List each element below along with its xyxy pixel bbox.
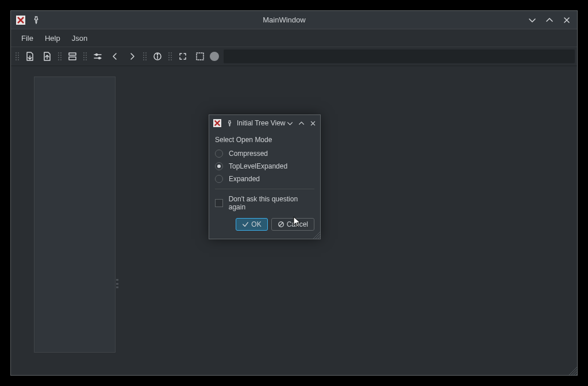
menubar: File Help Json <box>11 29 577 47</box>
settings-sliders-button[interactable] <box>89 48 106 64</box>
menu-file[interactable]: File <box>16 32 39 45</box>
main-area: Initial Tree View Select Open Mode <box>11 66 577 375</box>
svg-rect-10 <box>197 53 203 60</box>
toolbar <box>11 47 577 66</box>
toolbar-grip-2[interactable] <box>58 49 62 63</box>
dialog-separator <box>215 189 314 189</box>
info-button[interactable] <box>149 48 166 64</box>
check-icon <box>242 221 249 228</box>
toolbar-grip-4[interactable] <box>143 49 147 63</box>
menu-help[interactable]: Help <box>39 32 66 45</box>
toolbar-grip-3[interactable] <box>83 49 87 63</box>
import-file-button[interactable] <box>21 48 39 64</box>
panel-toggle-button[interactable] <box>64 48 81 64</box>
svg-point-9 <box>157 54 157 55</box>
svg-line-12 <box>279 223 283 226</box>
initial-tree-view-dialog: Initial Tree View Select Open Mode <box>209 114 321 239</box>
cancel-button[interactable]: Cancel <box>271 218 314 231</box>
fit-view-button[interactable] <box>174 48 191 64</box>
nav-forward-button[interactable] <box>124 48 141 64</box>
thumbnail-panel[interactable] <box>34 77 116 353</box>
nav-back-button[interactable] <box>106 48 124 64</box>
select-region-button[interactable] <box>191 48 209 64</box>
radio-indicator <box>215 150 223 158</box>
dialog-app-icon <box>213 119 222 128</box>
splitter-handle[interactable] <box>116 279 118 288</box>
svg-rect-1 <box>69 53 76 55</box>
radio-top-level-expanded[interactable]: TopLevelExpanded <box>215 162 314 170</box>
radio-label: Compressed <box>229 150 268 158</box>
checkbox-indicator <box>215 199 223 207</box>
dont-ask-checkbox[interactable]: Don't ask this question again <box>215 195 314 211</box>
dialog-heading: Select Open Mode <box>215 136 314 144</box>
toolbar-address-field[interactable] <box>224 49 575 63</box>
dialog-close-button[interactable] <box>309 119 317 127</box>
dialog-maximize-button[interactable] <box>297 119 305 127</box>
cancel-button-label: Cancel <box>287 220 308 228</box>
window-resize-grip[interactable] <box>569 367 577 375</box>
close-button[interactable] <box>561 14 572 26</box>
cancel-icon <box>278 221 285 228</box>
radio-indicator <box>215 162 223 170</box>
ok-button-label: OK <box>251 220 261 228</box>
menu-json[interactable]: Json <box>66 32 93 45</box>
svg-rect-2 <box>69 57 76 60</box>
dialog-minimize-button[interactable] <box>286 119 294 127</box>
radio-expanded[interactable]: Expanded <box>215 175 314 183</box>
window-title: MainWindow <box>42 16 526 24</box>
checkbox-label: Don't ask this question again <box>229 195 314 211</box>
main-window: MainWindow File Help Json <box>10 10 578 376</box>
maximize-button[interactable] <box>544 14 555 26</box>
toolbar-grip[interactable] <box>16 49 19 63</box>
pin-icon[interactable] <box>30 14 42 26</box>
dialog-pin-icon[interactable] <box>224 118 235 128</box>
dialog-title: Initial Tree View <box>237 119 286 127</box>
dialog-titlebar[interactable]: Initial Tree View <box>209 115 320 131</box>
radio-label: Expanded <box>229 175 260 183</box>
radio-compressed[interactable]: Compressed <box>215 150 314 158</box>
titlebar[interactable]: MainWindow <box>11 11 577 29</box>
ok-button[interactable]: OK <box>236 218 267 231</box>
radio-indicator <box>215 175 223 183</box>
color-marker-icon[interactable] <box>210 52 219 61</box>
radio-label: TopLevelExpanded <box>229 162 287 170</box>
export-file-button[interactable] <box>39 48 56 64</box>
dialog-resize-grip[interactable] <box>313 232 320 239</box>
minimize-button[interactable] <box>526 14 538 26</box>
toolbar-grip-5[interactable] <box>168 49 172 63</box>
app-icon <box>16 15 26 25</box>
